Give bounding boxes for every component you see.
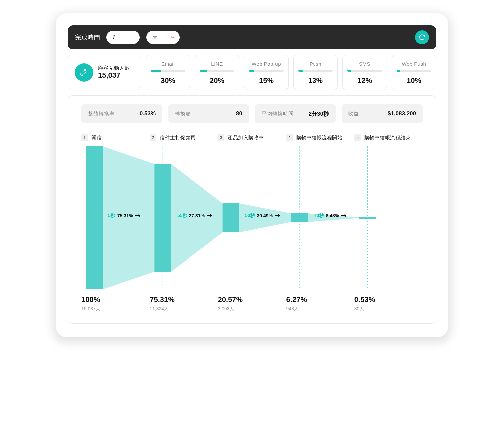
channel-percent: 12%: [357, 76, 372, 85]
stage-footer-3: 20.57% 3,093人: [218, 295, 286, 312]
channel-percent: 15%: [259, 76, 274, 85]
channel-bar: [397, 70, 431, 72]
transition-3: 50秒 30.49%: [245, 213, 281, 219]
channel-bar: [347, 70, 382, 72]
stage-head-4: 4 購物車結帳流程開始: [286, 134, 354, 141]
stage-head-5: 5 購物車結帳流程結束: [354, 134, 423, 141]
arrow-right-icon: [207, 214, 213, 218]
chevron-down-icon: [170, 35, 175, 40]
channel-web-push: Web Push 10%: [392, 55, 436, 90]
topbar-label: 完成時間: [75, 33, 100, 41]
stage-headers: 1 開信 2 信件主打促銷頁 3 產品加入購物車 4 購物車結帳流程開始 5 購…: [81, 134, 423, 141]
channel-name: LINE: [211, 61, 223, 67]
channel-name: Web Pop-up: [252, 61, 281, 67]
refresh-button[interactable]: [415, 30, 429, 44]
transition-4: 40秒 8.48%: [314, 213, 347, 219]
total-label: 顧客互動人數: [98, 65, 130, 71]
customers-icon: [75, 63, 93, 82]
kpi-row: 整體轉換率 0.53% 轉換數 80 平均轉換時間 2分30秒 收益 $1,08…: [81, 104, 423, 123]
channel-percent: 30%: [161, 76, 175, 85]
stage-footer-5: 0.53% 80人: [354, 295, 423, 312]
channel-email: Email 30%: [146, 55, 190, 90]
svg-rect-9: [86, 146, 103, 289]
duration-unit-select[interactable]: 天: [146, 31, 180, 44]
refresh-icon: [418, 34, 426, 41]
duration-unit-value: 天: [152, 34, 158, 41]
stage-head-2: 2 信件主打促銷頁: [150, 134, 218, 141]
kpi-conversions: 轉換數 80: [168, 104, 249, 123]
channel-bar: [151, 70, 185, 72]
channel-bar: [298, 70, 333, 72]
channel-line: LINE 20%: [195, 55, 239, 90]
channel-bar: [249, 70, 284, 72]
channel-web-popup: Web Pop-up 15%: [244, 55, 289, 90]
svg-point-0: [84, 69, 86, 71]
svg-rect-13: [359, 217, 376, 219]
channel-name: Web Push: [402, 61, 426, 67]
svg-rect-11: [222, 203, 239, 232]
stage-footer-2: 75.31% 11,324人: [150, 295, 218, 312]
funnel-panel: 整體轉換率 0.53% 轉換數 80 平均轉換時間 2分30秒 收益 $1,08…: [68, 95, 436, 324]
stage-head-1: 1 開信: [81, 134, 150, 141]
kpi-avg-time: 平均轉換時間 2分30秒: [255, 104, 336, 123]
arrow-right-icon: [135, 214, 141, 218]
channel-percent: 20%: [210, 76, 224, 85]
funnel-chart: 5秒 75.31% 55秒 27.31% 50秒 30.49% 40秒 8.48…: [81, 146, 423, 289]
stage-footers: 100% 15,037人 75.31% 11,324人 20.57% 3,093…: [81, 295, 423, 312]
channel-name: SMS: [359, 61, 370, 67]
duration-input[interactable]: [106, 31, 140, 44]
transition-2: 55秒 27.31%: [177, 213, 213, 219]
channel-name: Email: [161, 61, 175, 67]
arrow-right-icon: [275, 214, 281, 218]
svg-rect-10: [154, 164, 171, 272]
dashboard-card: 完成時間 天 顧客互動人數: [56, 13, 448, 337]
topbar: 完成時間 天: [68, 25, 436, 49]
channel-sms: SMS 12%: [342, 55, 387, 90]
transition-1: 5秒 75.31%: [108, 213, 141, 219]
channel-percent: 13%: [308, 76, 323, 85]
total-value: 15,037: [98, 71, 130, 80]
svg-rect-12: [291, 213, 308, 222]
channel-percent: 10%: [407, 76, 421, 85]
channels-row: 顧客互動人數 15,037 Email 30% LINE 20% Web Pop…: [68, 55, 436, 90]
channel-bar: [200, 70, 234, 72]
channel-name: Push: [310, 61, 321, 67]
stage-head-3: 3 產品加入購物車: [218, 134, 286, 141]
stage-footer-4: 6.27% 943人: [286, 295, 354, 312]
kpi-revenue: 收益 $1,083,200: [342, 104, 423, 123]
kpi-overall-rate: 整體轉換率 0.53%: [81, 104, 162, 123]
total-customers-panel: 顧客互動人數 15,037: [68, 55, 141, 90]
channel-push: Push 13%: [293, 55, 338, 90]
stage-footer-1: 100% 15,037人: [81, 295, 150, 312]
arrow-right-icon: [341, 214, 347, 218]
